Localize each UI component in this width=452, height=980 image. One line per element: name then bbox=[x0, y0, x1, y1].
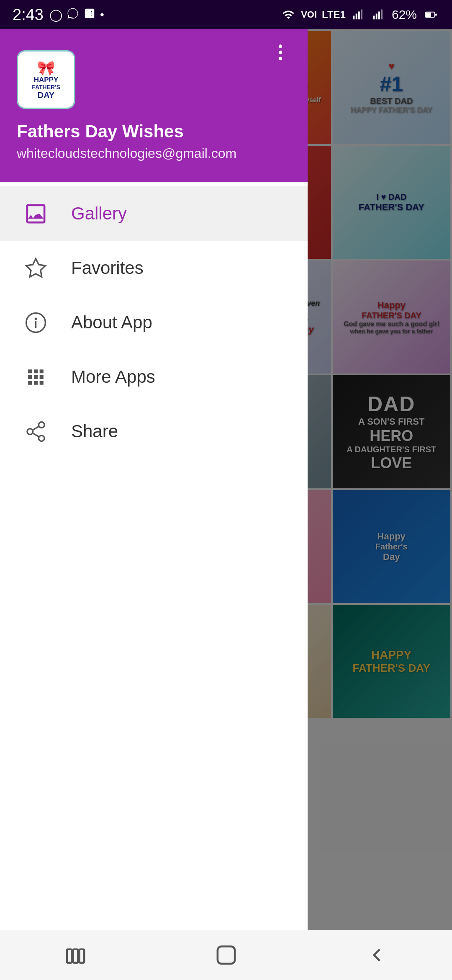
back-button[interactable] bbox=[356, 939, 398, 972]
recents-button[interactable] bbox=[54, 939, 96, 972]
svg-rect-0 bbox=[353, 16, 354, 20]
menu-label-about: About App bbox=[71, 312, 152, 333]
svg-point-11 bbox=[279, 44, 282, 48]
app-logo-inner: 🎀 HAPPY FATHER'S DAY bbox=[18, 52, 74, 108]
svg-rect-24 bbox=[79, 949, 84, 963]
nav-bar bbox=[0, 930, 452, 980]
svg-rect-25 bbox=[217, 946, 234, 964]
menu-label-share: Share bbox=[71, 421, 118, 441]
logo-day-text: DAY bbox=[38, 90, 54, 100]
dot-icon: • bbox=[100, 8, 104, 21]
menu-item-share[interactable]: Share bbox=[0, 404, 308, 459]
drawer-scrim[interactable] bbox=[308, 29, 452, 930]
status-time: 2:43 bbox=[13, 6, 44, 24]
menu-item-gallery[interactable]: Gallery bbox=[0, 186, 308, 241]
svg-point-17 bbox=[39, 422, 44, 428]
app-name: Fathers Day Wishes bbox=[17, 121, 291, 142]
grid-icon bbox=[21, 362, 50, 392]
svg-rect-10 bbox=[435, 14, 437, 16]
svg-point-13 bbox=[279, 57, 282, 60]
menu-label-favorites: Favorites bbox=[71, 258, 144, 278]
sync-icon: ◯ bbox=[49, 8, 62, 22]
svg-rect-1 bbox=[356, 14, 357, 20]
battery-icon bbox=[423, 8, 439, 21]
info-icon bbox=[21, 308, 50, 337]
drawer: 🎀 HAPPY FATHER'S DAY Fathers Day Wishes … bbox=[0, 29, 308, 930]
svg-rect-7 bbox=[381, 10, 383, 20]
battery-percent: 62% bbox=[392, 8, 417, 22]
drawer-menu: Gallery Favorites About App bbox=[0, 182, 308, 930]
note-icon bbox=[83, 7, 96, 23]
svg-rect-2 bbox=[358, 12, 360, 20]
menu-item-favorites[interactable]: Favorites bbox=[0, 241, 308, 295]
menu-item-about[interactable]: About App bbox=[0, 295, 308, 350]
svg-point-12 bbox=[279, 51, 282, 54]
drawer-header: 🎀 HAPPY FATHER'S DAY Fathers Day Wishes … bbox=[0, 29, 308, 182]
logo-bowtie-icon: 🎀 bbox=[37, 59, 55, 76]
star-icon bbox=[21, 253, 50, 283]
wifi-icon bbox=[281, 8, 296, 21]
status-bar-left: 2:43 ◯ • bbox=[13, 6, 104, 24]
status-right-icons: VOl LTE1 bbox=[281, 8, 386, 21]
status-bar: 2:43 ◯ • VOl bbox=[0, 0, 452, 29]
app-email: whitecloudstechnologies@gmail.com bbox=[17, 146, 291, 161]
gallery-icon bbox=[21, 199, 50, 228]
svg-line-20 bbox=[32, 433, 39, 436]
menu-item-more-apps[interactable]: More Apps bbox=[0, 350, 308, 404]
app-logo: 🎀 HAPPY FATHER'S DAY bbox=[17, 50, 75, 109]
svg-line-21 bbox=[32, 426, 39, 430]
whatsapp-icon bbox=[67, 7, 79, 23]
share-icon bbox=[21, 417, 50, 446]
logo-happy-text: HAPPY bbox=[34, 76, 59, 84]
svg-rect-9 bbox=[426, 13, 431, 17]
svg-rect-5 bbox=[376, 14, 378, 20]
logo-fathers-text: FATHER'S bbox=[32, 84, 60, 90]
svg-rect-3 bbox=[361, 10, 362, 20]
signal2-icon bbox=[371, 8, 386, 21]
status-bar-right: VOl LTE1 62% bbox=[281, 8, 439, 22]
signal1-icon bbox=[351, 8, 366, 21]
svg-rect-22 bbox=[67, 949, 71, 963]
svg-point-18 bbox=[27, 428, 33, 434]
vol-icon: VOl bbox=[301, 9, 317, 20]
svg-rect-23 bbox=[73, 949, 77, 963]
svg-rect-6 bbox=[378, 12, 380, 20]
svg-rect-4 bbox=[373, 16, 375, 20]
home-button[interactable] bbox=[205, 939, 247, 972]
menu-label-more-apps: More Apps bbox=[71, 367, 155, 387]
svg-point-19 bbox=[39, 435, 44, 441]
lte1-icon: LTE1 bbox=[322, 9, 346, 21]
more-options-button[interactable] bbox=[266, 38, 295, 67]
menu-label-gallery: Gallery bbox=[71, 204, 127, 224]
status-icons: ◯ • bbox=[49, 7, 104, 23]
